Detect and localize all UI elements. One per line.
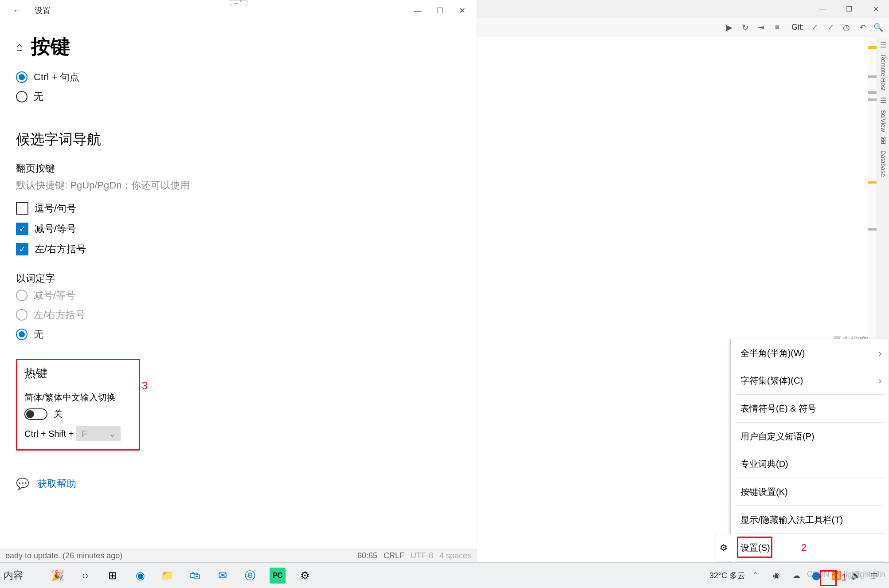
status-encoding[interactable]: UTF-8 (411, 551, 433, 561)
ime-context-menu: 全半角(半角)(W)› 字符集(繁体)(C)› 表情符号(E) & 符号 用户自… (730, 339, 889, 588)
settings-content: ⌂ 按键 Ctrl + 句点 无 候选字词导航 翻页按键 默认快捷键: PgUp… (0, 21, 477, 503)
settings-titlebar: ‒ ˅ ← 设置 — ☐ ✕ (0, 0, 477, 21)
check-minus[interactable]: ✓ 减号/等号 (16, 222, 461, 235)
taskbar: 内容 🎉 ○ ⊞ ◉ 📁 🛍 ✉ ⓔ PC ⚙ 32°C 多云 ˄ ◉ ☁ ⬤ … (0, 562, 889, 588)
checkbox-icon: ✓ (16, 243, 28, 255)
ime-fullhalf[interactable]: 全半角(半角)(W)› (731, 339, 889, 367)
build-icon[interactable]: ▶ (724, 22, 735, 33)
ide-titlebar: — ❐ ✕ (477, 0, 889, 18)
status-update-text: eady to update. (26 minutes ago) (5, 551, 122, 561)
ime-dictionary[interactable]: 专业词典(D) (731, 450, 889, 478)
sciview-icon[interactable]: ☰ (880, 96, 886, 105)
page-title: 按键 (31, 34, 70, 60)
check-bracket[interactable]: ✓ 左/右方括号 (16, 243, 461, 256)
hotkey-title: 热键 (24, 365, 132, 381)
radio-icon (16, 329, 27, 340)
ime-charset[interactable]: 字符集(繁体)(C)› (731, 367, 889, 394)
status-line-ending[interactable]: CRLF (384, 551, 404, 561)
hotkey-box: 3 热键 简体/繁体中文输入切换 关 Ctrl + Shift + F (16, 359, 140, 451)
hotkey-toggle-label: 关 (54, 408, 63, 420)
remote-host-tab[interactable]: Remote Host (880, 55, 887, 91)
radio-none[interactable]: 无 (16, 90, 461, 103)
store-icon[interactable]: 🛍 (187, 568, 203, 584)
git-pull-icon[interactable]: ✓ (809, 22, 820, 33)
sciview-tab[interactable]: SciView (880, 110, 887, 132)
settings-title: 设置 (35, 5, 51, 16)
ime-settings[interactable]: ⚙ 设置(S) 2 (731, 534, 889, 561)
step-icon[interactable]: ⇥ (756, 22, 767, 33)
hotkey-toggle[interactable] (24, 408, 47, 420)
status-indent[interactable]: 4 spaces (439, 551, 471, 561)
annotation-3: 3 (142, 380, 148, 392)
word-radio-none[interactable]: 无 (16, 328, 461, 341)
watermark-text: CSDN @Highlight_Jin (807, 570, 885, 579)
status-cursor-pos[interactable]: 60:65 (357, 551, 377, 561)
check-comma[interactable]: 逗号/句号 (16, 202, 461, 215)
ime-toolbar-toggle[interactable]: 显示/隐藏输入法工具栏(T) (731, 506, 889, 533)
shortcut-prefix: Ctrl + Shift + (24, 429, 74, 439)
mail-icon[interactable]: ✉ (215, 568, 231, 584)
checkbox-icon (16, 202, 28, 215)
tray-onedrive-icon[interactable]: ☁ (792, 571, 804, 580)
ide-close-button[interactable]: ✕ (862, 0, 889, 18)
page-header: ⌂ 按键 (16, 34, 461, 60)
ime-key-settings[interactable]: 按键设置(K) (731, 478, 889, 506)
ime-user-phrases[interactable]: 用户自定义短语(P) (731, 423, 889, 450)
taskbar-text-fragment: 内容 (4, 569, 23, 582)
radio-icon (16, 91, 27, 102)
task-view-icon[interactable]: ⊞ (105, 568, 121, 584)
shortcut-select[interactable]: F (76, 426, 121, 441)
close-button[interactable]: ✕ (451, 0, 473, 21)
ide-minimize-button[interactable]: — (809, 0, 836, 18)
chevron-right-icon: › (878, 376, 881, 386)
update-icon[interactable]: ↻ (740, 22, 751, 33)
page-keys-subtitle: 翻页按键 (16, 162, 461, 175)
remote-host-icon[interactable]: ☰ (880, 41, 886, 49)
ide-toolbar: ▶ ↻ ⇥ ■ Git: ✓ ✓ ◷ ↶ 🔍 (477, 18, 889, 37)
radio-ctrl-period[interactable]: Ctrl + 句点 (16, 71, 461, 84)
celebration-icon[interactable]: 🎉 (50, 568, 66, 584)
gear-icon: ⚙ (716, 534, 731, 561)
cortana-icon[interactable]: ○ (77, 568, 93, 584)
word-radio-minus[interactable]: 减号/等号 (16, 289, 461, 302)
word-radio-bracket[interactable]: 左/右方括号 (16, 308, 461, 321)
back-icon[interactable]: ← (12, 5, 22, 16)
git-commit-icon[interactable]: ✓ (825, 22, 836, 33)
tray-chevron-icon[interactable]: ˄ (753, 571, 765, 580)
stop-icon[interactable]: ■ (772, 22, 783, 33)
search-icon[interactable]: 🔍 (873, 22, 884, 33)
git-history-icon[interactable]: ◷ (841, 22, 852, 33)
settings-window: ‒ ˅ ← 设置 — ☐ ✕ ⌂ 按键 Ctrl + 句点 无 候选字词导航 翻… (0, 0, 477, 588)
radio-icon (16, 71, 27, 83)
help-link[interactable]: 获取帮助 (37, 477, 76, 490)
weather-text[interactable]: 32°C 多云 (709, 570, 745, 581)
section-candidate-nav: 候选字词导航 (16, 130, 461, 149)
help-icon: 💬 (16, 478, 29, 490)
ide-maximize-button[interactable]: ❐ (836, 0, 862, 18)
hotkey-shortcut: Ctrl + Shift + F (24, 426, 132, 441)
edge-icon[interactable]: ◉ (132, 568, 148, 584)
explorer-icon[interactable]: 📁 (160, 568, 176, 584)
ime-emoji[interactable]: 表情符号(E) & 符号 (731, 395, 889, 422)
database-icon[interactable]: 🗄 (880, 137, 887, 145)
edge-legacy-icon[interactable]: ⓔ (242, 568, 258, 584)
word-fix-title: 以词定字 (16, 272, 461, 285)
tray-power-icon[interactable]: ◉ (773, 571, 784, 580)
checkbox-icon: ✓ (16, 223, 28, 235)
minimize-button[interactable]: — (407, 0, 429, 21)
pycharm-icon[interactable]: PC (270, 568, 286, 584)
hotkey-sub: 简体/繁体中文输入切换 (24, 392, 132, 404)
help-row: 💬 获取帮助 (16, 477, 461, 490)
database-tab[interactable]: Database (880, 150, 887, 177)
tab-peek-control[interactable]: ‒ ˅ (230, 0, 247, 6)
page-keys-hint: 默认快捷键: PgUp/PgDn；你还可以使用 (16, 179, 461, 192)
git-revert-icon[interactable]: ↶ (857, 22, 868, 33)
annotation-2: 2 (801, 542, 807, 553)
taskbar-icons: 🎉 ○ ⊞ ◉ 📁 🛍 ✉ ⓔ PC ⚙ (50, 568, 313, 584)
settings-icon[interactable]: ⚙ (297, 568, 313, 584)
radio-icon (16, 290, 27, 301)
maximize-button[interactable]: ☐ (429, 0, 451, 21)
home-icon[interactable]: ⌂ (16, 40, 23, 54)
git-label: Git: (791, 23, 804, 32)
annotation-box-2 (737, 537, 772, 558)
